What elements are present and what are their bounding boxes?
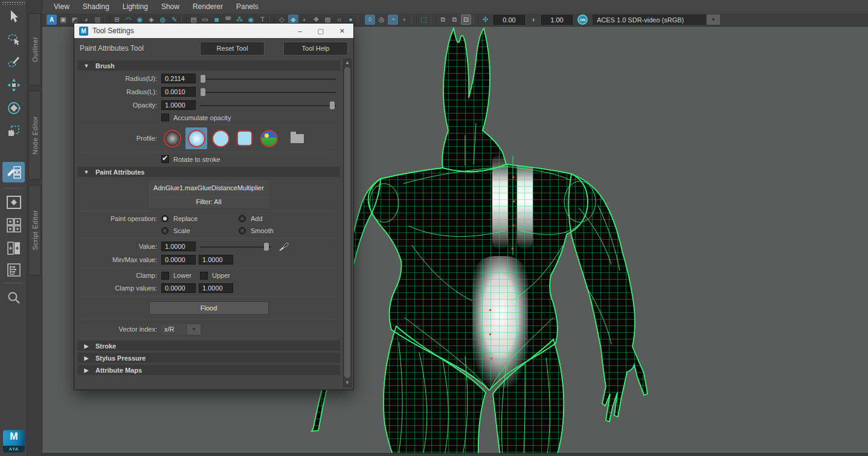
reset-tool-button[interactable]: Reset Tool bbox=[200, 42, 265, 56]
smooth-radio[interactable] bbox=[239, 227, 246, 234]
paint-operation-scale[interactable]: Scale bbox=[161, 227, 239, 234]
dialog-scrollbar[interactable]: ▲ ▼ bbox=[343, 59, 352, 387]
close-button[interactable]: ✕ bbox=[339, 27, 345, 35]
scroll-down-arrow[interactable]: ▼ bbox=[344, 379, 351, 387]
panel-tab-script-editor[interactable]: Script Editor bbox=[28, 185, 41, 275]
maximize-button[interactable]: ▢ bbox=[317, 27, 323, 35]
clamp-values-row: Clamp values: 0.0000 1.0000 bbox=[76, 281, 342, 295]
menu-shading[interactable]: Shading bbox=[76, 1, 116, 12]
soft-profile-button-selected[interactable] bbox=[185, 127, 207, 149]
toolbox-sidebar: M AYA bbox=[0, 0, 27, 456]
slider-handle[interactable] bbox=[330, 101, 335, 109]
accumulate-opacity-checkbox[interactable] bbox=[161, 114, 169, 121]
rotate-to-stroke-checkbox[interactable] bbox=[161, 155, 169, 163]
xray-mode-icon[interactable]: ◊ bbox=[365, 14, 375, 25]
vector-index-dropdown[interactable]: x/R bbox=[161, 324, 187, 335]
brush-section-header[interactable]: ▼ Brush bbox=[77, 60, 340, 71]
add-radio[interactable] bbox=[239, 215, 246, 222]
clamp-max-field[interactable]: 1.0000 bbox=[199, 283, 233, 293]
paint-attributes-tool-button-active[interactable] bbox=[2, 162, 25, 182]
menu-show[interactable]: Show bbox=[155, 1, 186, 12]
square-profile-button[interactable] bbox=[234, 127, 256, 149]
replace-radio[interactable] bbox=[161, 215, 169, 222]
maya-app-logo[interactable]: M AYA bbox=[3, 430, 25, 452]
opacity-field[interactable]: 1.0000 bbox=[161, 100, 196, 110]
clamp-lower[interactable]: Lower bbox=[161, 272, 200, 280]
clamp-upper-checkbox[interactable] bbox=[200, 272, 208, 280]
solid-profile-button[interactable] bbox=[210, 127, 231, 149]
paint-attributes-section-header[interactable]: ▼ Paint Attributes bbox=[77, 167, 340, 177]
radius-u-slider[interactable] bbox=[200, 74, 336, 83]
copy-layout-icon[interactable]: ⧉ bbox=[438, 14, 448, 25]
gaussian-profile-button[interactable] bbox=[161, 127, 183, 149]
outliner-layout-button[interactable] bbox=[2, 260, 25, 280]
select-hierarchy-icon[interactable]: ▣ bbox=[58, 14, 68, 25]
clamp-row: Clamp: Lower Upper bbox=[76, 269, 342, 281]
stroke-section-header[interactable]: ▶ Stroke bbox=[77, 341, 340, 351]
radius-u-field[interactable]: 0.2114 bbox=[161, 74, 196, 83]
eyedropper-icon[interactable] bbox=[278, 242, 289, 251]
radius-l-field[interactable]: 0.0010 bbox=[161, 87, 196, 97]
single-pane-layout-button[interactable] bbox=[2, 192, 25, 213]
lasso-select-tool-button[interactable] bbox=[2, 29, 25, 50]
attribute-name-button[interactable]: AdnGlue1.maxGlueDistanceMultiplier bbox=[149, 181, 269, 194]
opacity-slider[interactable] bbox=[200, 101, 336, 110]
four-pane-layout-button[interactable] bbox=[2, 215, 25, 236]
toolbox-grip[interactable] bbox=[2, 1, 25, 5]
menu-lighting[interactable]: Lighting bbox=[116, 1, 155, 12]
radius-l-slider[interactable] bbox=[200, 88, 336, 97]
slider-handle[interactable] bbox=[201, 88, 205, 96]
joints-xray-icon[interactable]: ◎ bbox=[376, 14, 387, 25]
scale-radio[interactable] bbox=[161, 227, 169, 234]
menu-renderer[interactable]: Renderer bbox=[186, 1, 230, 12]
backface-icon[interactable]: ▪ bbox=[399, 14, 410, 25]
move-tool-button[interactable] bbox=[2, 75, 25, 95]
two-pane-layout-button[interactable] bbox=[2, 238, 25, 259]
paint-select-tool-button[interactable] bbox=[2, 52, 25, 72]
gamma-field[interactable]: 1.00 bbox=[541, 15, 573, 25]
stylus-pressure-section-header[interactable]: ▶ Stylus Pressure bbox=[77, 353, 340, 363]
exposure-field[interactable]: 0.00 bbox=[493, 15, 525, 25]
rotate-tool-button[interactable] bbox=[2, 98, 25, 118]
tool-help-button[interactable]: Tool Help bbox=[283, 42, 348, 56]
attribute-maps-section-header[interactable]: ▶ Attribute Maps bbox=[77, 365, 340, 375]
panel-tab-node-editor[interactable]: Node Editor bbox=[28, 91, 41, 180]
textures-toggle-icon[interactable]: ◔ bbox=[388, 14, 398, 25]
clamp-min-field[interactable]: 0.0000 bbox=[161, 283, 196, 293]
scale-tool-button[interactable] bbox=[2, 121, 25, 141]
menu-view[interactable]: View bbox=[47, 1, 76, 12]
clamp-lower-checkbox[interactable] bbox=[161, 272, 169, 280]
min-value-field[interactable]: 0.0000 bbox=[161, 255, 196, 265]
image-profile-button[interactable] bbox=[258, 127, 280, 149]
color-management-on-badge[interactable]: ON bbox=[577, 14, 588, 25]
value-field[interactable]: 1.0000 bbox=[161, 242, 196, 251]
paint-operation-add[interactable]: Add bbox=[239, 215, 316, 222]
isolate-select-icon[interactable]: ⊡ bbox=[461, 14, 471, 25]
flood-button[interactable]: Flood bbox=[149, 301, 269, 315]
minimize-button[interactable]: – bbox=[298, 27, 301, 35]
slider-handle[interactable] bbox=[201, 75, 205, 83]
view-transform-dropdown[interactable]: ACES 1.0 SDR-video (sRGB) ▼ bbox=[593, 14, 720, 25]
paste-layout-icon[interactable]: ⧉ bbox=[449, 14, 460, 25]
marquee-select-icon[interactable]: ⬚ bbox=[419, 14, 429, 25]
paint-operation-smooth[interactable]: Smooth bbox=[239, 227, 316, 234]
dialog-titlebar[interactable]: M Tool Settings – ▢ ✕ bbox=[74, 24, 353, 38]
slider-handle[interactable] bbox=[264, 243, 269, 251]
max-value-field[interactable]: 1.0000 bbox=[199, 255, 233, 265]
value-slider[interactable] bbox=[200, 242, 271, 251]
menu-panels[interactable]: Panels bbox=[230, 1, 265, 12]
panel-tab-outliner[interactable]: Outliner bbox=[28, 13, 41, 86]
exposure-icon[interactable]: ✣ bbox=[480, 14, 490, 25]
attribute-filter-button[interactable]: Filter: All bbox=[149, 195, 269, 208]
paint-operation-replace[interactable]: Replace bbox=[161, 215, 239, 222]
browse-profile-folder-icon[interactable] bbox=[291, 134, 304, 143]
chevron-down-icon[interactable]: ▼ bbox=[187, 324, 201, 335]
toolbar-separator bbox=[411, 15, 417, 25]
gamma-icon[interactable]: ◑ bbox=[528, 14, 538, 25]
selection-mask-letter-icon[interactable]: A bbox=[47, 14, 57, 25]
scrollbar-thumb[interactable] bbox=[344, 67, 350, 378]
clamp-upper[interactable]: Upper bbox=[200, 272, 242, 280]
scroll-up-arrow[interactable]: ▲ bbox=[344, 59, 351, 66]
select-tool-button[interactable] bbox=[2, 6, 25, 27]
search-button[interactable] bbox=[2, 287, 25, 308]
